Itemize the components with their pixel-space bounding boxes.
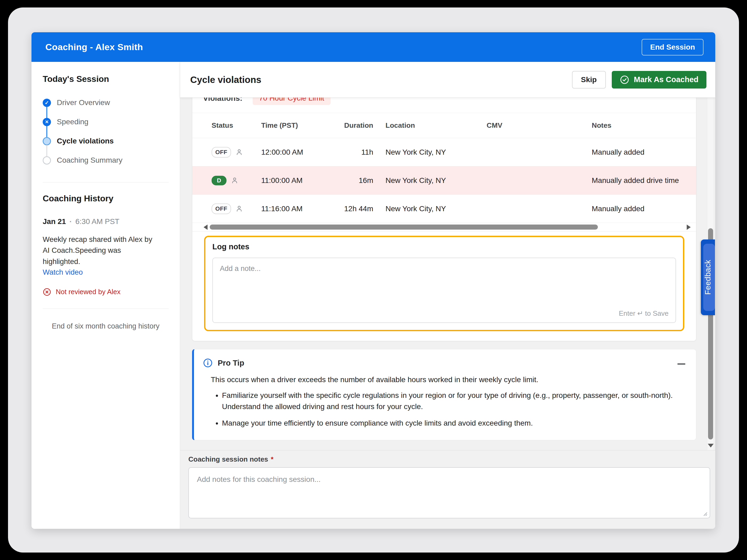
cell-location: New York City, NY bbox=[373, 148, 487, 157]
cell-duration: 16m bbox=[328, 176, 373, 185]
horizontal-scrollbar[interactable] bbox=[192, 223, 696, 232]
check-icon: ✓ bbox=[43, 99, 51, 107]
info-icon bbox=[203, 358, 213, 368]
mark-as-coached-button[interactable]: Mark As Coached bbox=[612, 71, 706, 88]
todays-session-title: Today's Session bbox=[43, 74, 169, 84]
horizontal-scroll-thumb[interactable] bbox=[210, 224, 598, 230]
violation-type-chip: 70 Hour Cycle Limit bbox=[253, 98, 331, 105]
main-panel: Cycle violations Skip Mark As Coached bbox=[180, 62, 715, 529]
scroll-left-arrow-icon[interactable] bbox=[204, 224, 208, 230]
cell-notes: Manually added bbox=[592, 205, 696, 213]
status-text: Not reviewed by Alex bbox=[56, 288, 121, 296]
sidebar-step-coaching-summary[interactable]: Coaching Summary bbox=[43, 151, 169, 170]
column-header-notes: Notes bbox=[592, 121, 696, 130]
sidebar-step-driver-overview[interactable]: ✓ Driver Overview bbox=[43, 93, 169, 112]
column-header-cmv: CMV bbox=[487, 121, 592, 130]
violations-summary-row: Violations: 70 Hour Cycle Limit bbox=[192, 98, 696, 113]
upcoming-step-dot-icon bbox=[43, 156, 51, 164]
column-header-time: Time (PST) bbox=[261, 121, 328, 130]
cell-time: 11:16:00 AM bbox=[261, 205, 328, 213]
pro-tip-card: Pro Tip This occurs when a driver exceed… bbox=[192, 349, 696, 440]
status-badge-off: OFF bbox=[211, 147, 231, 158]
cell-notes: Manually added drive time bbox=[592, 176, 696, 185]
sidebar-step-speeding[interactable]: ✕ Speeding bbox=[43, 112, 169, 131]
pro-tip-intro: This occurs when a driver exceeds the nu… bbox=[211, 375, 686, 384]
circle-x-icon bbox=[43, 288, 51, 296]
skip-button[interactable]: Skip bbox=[572, 71, 606, 88]
sidebar: Today's Session ✓ Driver Overview ✕ Spee… bbox=[31, 62, 180, 529]
sidebar-step-cycle-violations[interactable]: Cycle violations bbox=[43, 131, 169, 151]
pro-tip-bullet: Familiarize yourself with the specific c… bbox=[222, 390, 676, 412]
coaching-history-title: Coaching History bbox=[43, 194, 169, 204]
cell-duration: 12h 44m bbox=[328, 205, 373, 213]
log-note-input[interactable] bbox=[213, 258, 675, 305]
cell-location: New York City, NY bbox=[373, 176, 487, 185]
table-header-row: Status Time (PST) Duration Location CMV … bbox=[192, 113, 696, 138]
table-row-highlighted[interactable]: D 11:00:00 AM 16m New York City, NY Manu… bbox=[192, 166, 696, 195]
end-of-history-note: End of six month coaching history bbox=[43, 322, 169, 330]
required-asterisk: * bbox=[271, 455, 274, 463]
dot-separator: · bbox=[69, 217, 72, 226]
cell-time: 12:00:00 AM bbox=[261, 148, 328, 157]
session-notes-footer: Coaching session notes * bbox=[180, 450, 715, 529]
main-header: Cycle violations Skip Mark As Coached bbox=[180, 62, 715, 98]
person-icon bbox=[231, 176, 239, 185]
not-reviewed-status: Not reviewed by Alex bbox=[43, 288, 169, 296]
resize-handle-icon[interactable] bbox=[702, 510, 707, 516]
window-title: Coaching - Alex Smith bbox=[45, 42, 143, 52]
cell-duration: 11h bbox=[328, 148, 373, 157]
page-background: Coaching - Alex Smith End Session Today'… bbox=[8, 7, 739, 553]
status-badge-driving: D bbox=[211, 176, 227, 185]
history-date: Jan 21 bbox=[43, 217, 66, 226]
session-notes-label: Coaching session notes bbox=[188, 455, 268, 463]
table-row[interactable]: OFF 11:16:00 AM 12h 44m New York City, N… bbox=[192, 195, 696, 223]
status-badge-off: OFF bbox=[211, 204, 231, 214]
person-icon bbox=[235, 205, 243, 213]
column-header-location: Location bbox=[373, 121, 487, 130]
person-icon bbox=[235, 148, 243, 156]
table-row[interactable]: OFF 12:00:00 AM 11h New York City, NY Ma… bbox=[192, 138, 696, 166]
session-steps: ✓ Driver Overview ✕ Speeding Cycle viola… bbox=[43, 93, 169, 170]
pro-tip-bullet: Manage your time efficiently to ensure c… bbox=[222, 418, 676, 429]
watch-video-link[interactable]: Watch video bbox=[43, 268, 83, 276]
log-notes-highlight-box: Log notes Enter ↵ to Save bbox=[204, 236, 684, 331]
enter-to-save-hint: Enter ↵ to Save bbox=[619, 309, 669, 318]
cell-location: New York City, NY bbox=[373, 205, 487, 213]
cell-time: 11:00:00 AM bbox=[261, 176, 328, 185]
column-header-status: Status bbox=[192, 121, 261, 130]
column-header-duration: Duration bbox=[328, 121, 373, 130]
log-notes-title: Log notes bbox=[212, 242, 676, 251]
scroll-down-arrow-icon[interactable] bbox=[708, 444, 714, 448]
page-title: Cycle violations bbox=[190, 74, 572, 85]
pro-tip-bullet-list: Familiarize yourself with the specific c… bbox=[211, 390, 676, 429]
violation-detail-card: Violations: 70 Hour Cycle Limit Status T… bbox=[192, 98, 696, 341]
history-summary-text: Weekly recap shared with Alex by AI Coac… bbox=[43, 234, 155, 267]
scrollable-content: Violations: 70 Hour Cycle Limit Status T… bbox=[180, 98, 715, 450]
hos-log-table: Status Time (PST) Duration Location CMV … bbox=[192, 113, 696, 223]
scroll-right-arrow-icon[interactable] bbox=[687, 224, 691, 230]
end-session-button[interactable]: End Session bbox=[642, 39, 703, 55]
cell-notes: Manually added bbox=[592, 148, 696, 157]
log-note-field: Enter ↵ to Save bbox=[212, 258, 676, 323]
divider bbox=[43, 309, 169, 309]
coaching-app-window: Coaching - Alex Smith End Session Today'… bbox=[31, 32, 715, 529]
history-time: 6:30 AM PST bbox=[76, 217, 120, 226]
x-icon: ✕ bbox=[43, 118, 51, 126]
violations-label: Violations: bbox=[203, 98, 242, 103]
history-entry-date: Jan 21 · 6:30 AM PST bbox=[43, 217, 169, 226]
feedback-tab[interactable]: Feedback bbox=[701, 239, 715, 315]
pro-tip-title: Pro Tip bbox=[218, 359, 244, 368]
session-notes-input[interactable] bbox=[188, 467, 710, 518]
blue-header-bar: Coaching - Alex Smith End Session bbox=[31, 32, 715, 62]
collapse-minus-icon[interactable] bbox=[677, 359, 686, 366]
current-step-dot-icon bbox=[43, 137, 51, 145]
check-circle-icon bbox=[620, 75, 629, 84]
